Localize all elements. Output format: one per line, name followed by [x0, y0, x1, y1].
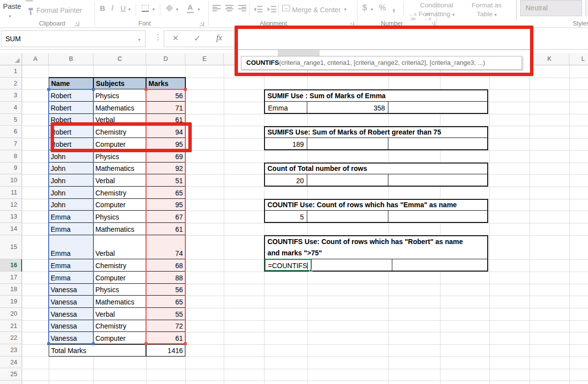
- table-row-name[interactable]: John: [49, 150, 93, 163]
- summary-value-cell[interactable]: 189: [265, 138, 307, 149]
- summary-table-title[interactable]: COUNTIF Use: Count of rows which has "Em…: [265, 200, 487, 211]
- summary-value-cell[interactable]: [311, 259, 392, 271]
- table-row-marks[interactable]: 61: [146, 114, 185, 126]
- table-row-subject[interactable]: Chemistry: [93, 187, 146, 199]
- table-row-name[interactable]: Robert: [49, 89, 93, 102]
- table-row-subject[interactable]: Computer: [93, 199, 146, 211]
- row-header-14[interactable]: 14: [0, 223, 22, 235]
- style-neutral-swatch[interactable]: Neutral: [520, 0, 582, 16]
- currency-format-button[interactable]: $: [362, 3, 367, 13]
- table-row-name[interactable]: Emma: [49, 272, 93, 284]
- table-row-subject[interactable]: Computer: [93, 138, 146, 150]
- format-painter-button[interactable]: Format Painter: [36, 6, 82, 14]
- column-header-B[interactable]: B: [67, 53, 75, 65]
- table-row-subject[interactable]: Physics: [93, 211, 146, 223]
- table-row-subject[interactable]: Physics: [93, 284, 146, 296]
- table-row-subject[interactable]: Physics: [93, 150, 146, 163]
- underline-button[interactable]: U: [120, 4, 126, 12]
- insert-function-icon[interactable]: fx: [216, 33, 222, 42]
- table-row-name[interactable]: Robert: [49, 138, 93, 150]
- table-row-marks[interactable]: 95: [146, 199, 185, 211]
- table-row-name[interactable]: Emma: [49, 211, 93, 223]
- row-header-23[interactable]: 23: [0, 344, 22, 357]
- total-marks-label-cell[interactable]: Total Marks: [49, 344, 146, 357]
- fill-color-icon[interactable]: [165, 4, 174, 12]
- table-row-subject[interactable]: Verbal: [93, 235, 146, 259]
- merge-center-dropdown-icon[interactable]: ▾: [344, 7, 347, 12]
- summary-value-cell[interactable]: Emma: [265, 102, 307, 113]
- row-header-17[interactable]: 17: [0, 272, 22, 284]
- table-row-subject[interactable]: Chemistry: [93, 259, 146, 272]
- conditional-formatting-button[interactable]: Conditional Formatting ▾: [412, 1, 461, 19]
- row-header-7[interactable]: 7: [0, 138, 22, 150]
- summary-value-cell[interactable]: 358: [307, 102, 388, 113]
- row-header-12[interactable]: 12: [0, 199, 22, 211]
- table-row-subject[interactable]: Mathematics: [93, 102, 146, 114]
- copy-icon[interactable]: [26, 0, 33, 1]
- summary-value-cell[interactable]: [388, 138, 487, 149]
- paste-button[interactable]: Paste: [3, 2, 21, 10]
- row-header-24[interactable]: 24: [0, 357, 22, 369]
- row-header-6[interactable]: 6: [0, 126, 22, 138]
- total-marks-value-cell[interactable]: 1416: [146, 344, 185, 357]
- table-row-subject[interactable]: Computer: [93, 332, 146, 344]
- enter-icon[interactable]: ✓: [194, 33, 201, 44]
- summary-value-cell[interactable]: [307, 211, 388, 222]
- fill-handle[interactable]: [309, 269, 312, 272]
- summary-table-title[interactable]: Count of Total number of rows: [265, 164, 487, 175]
- merge-center-button[interactable]: Merge & Center: [292, 6, 341, 14]
- fill-color-dropdown-icon[interactable]: ▾: [176, 7, 178, 12]
- table-row-subject[interactable]: Physics: [93, 89, 146, 102]
- borders-icon[interactable]: [142, 5, 149, 12]
- table-row-marks[interactable]: 92: [146, 163, 185, 175]
- table-row-name[interactable]: Vanessa: [49, 332, 93, 344]
- table-row-marks[interactable]: 56: [146, 89, 185, 102]
- summary-value-cell[interactable]: [388, 211, 487, 222]
- row-header-19[interactable]: 19: [0, 296, 22, 308]
- table-row-marks[interactable]: 61: [146, 332, 185, 344]
- table-row-name[interactable]: Vanessa: [49, 308, 93, 320]
- table-row-name[interactable]: Vanessa: [49, 296, 93, 308]
- table-header-subjects[interactable]: Subjects: [93, 78, 146, 90]
- name-box[interactable]: SUM ▾: [1, 30, 146, 47]
- row-header-21[interactable]: 21: [0, 320, 22, 332]
- table-row-marks[interactable]: 56: [146, 284, 185, 296]
- table-row-marks[interactable]: 51: [146, 174, 185, 187]
- table-row-marks[interactable]: 88: [146, 272, 185, 284]
- table-row-subject[interactable]: Mathematics: [93, 163, 146, 175]
- table-row-marks[interactable]: 68: [146, 259, 185, 272]
- table-row-marks[interactable]: 72: [146, 320, 185, 332]
- format-as-table-button[interactable]: Format as Table ▾: [463, 1, 510, 19]
- summary-table-title[interactable]: COUNTIFS Use: Count of rows which has "R…: [265, 236, 487, 259]
- font-color-icon[interactable]: A: [187, 3, 194, 13]
- row-header-2[interactable]: 2: [0, 78, 22, 90]
- row-header-9[interactable]: 9: [0, 163, 22, 175]
- clipboard-dialog-launcher-icon[interactable]: [75, 22, 79, 26]
- percent-format-button[interactable]: %: [379, 3, 386, 12]
- row-header-16[interactable]: 16: [0, 259, 22, 272]
- name-box-dropdown-icon[interactable]: ▾: [138, 38, 141, 42]
- table-row-subject[interactable]: Computer: [93, 272, 146, 284]
- summary-value-cell[interactable]: [392, 259, 487, 271]
- table-row-name[interactable]: Vanessa: [49, 320, 93, 332]
- summary-table-title[interactable]: SUMIF Use : Sum of Marks of Emma: [265, 90, 487, 102]
- table-row-marks[interactable]: 94: [146, 126, 185, 138]
- table-row-subject[interactable]: Mathematics: [93, 223, 146, 235]
- formula-input[interactable]: =COUNTIFS($B$3:$B$22,"Robert",$D$3:$D$22…: [240, 30, 585, 47]
- italic-button[interactable]: I: [111, 4, 114, 12]
- formula-bar-resize-handle[interactable]: ⋮: [154, 33, 162, 42]
- table-row-subject[interactable]: Chemistry: [93, 320, 146, 332]
- table-row-marks[interactable]: 69: [146, 150, 185, 163]
- comma-format-button[interactable]: ,: [392, 1, 395, 14]
- table-row-marks[interactable]: 61: [146, 223, 185, 235]
- table-row-marks[interactable]: 65: [146, 296, 185, 308]
- paste-dropdown-icon[interactable]: ▾: [9, 14, 11, 19]
- table-row-name[interactable]: Robert: [49, 126, 93, 138]
- summary-value-cell[interactable]: [307, 174, 388, 186]
- currency-dropdown-icon[interactable]: ▾: [371, 7, 373, 12]
- table-header-name[interactable]: Name: [49, 78, 93, 90]
- table-row-name[interactable]: Vanessa: [49, 284, 93, 296]
- row-header-22[interactable]: 22: [0, 332, 22, 344]
- row-header-11[interactable]: 11: [0, 187, 22, 199]
- table-row-name[interactable]: John: [49, 187, 93, 199]
